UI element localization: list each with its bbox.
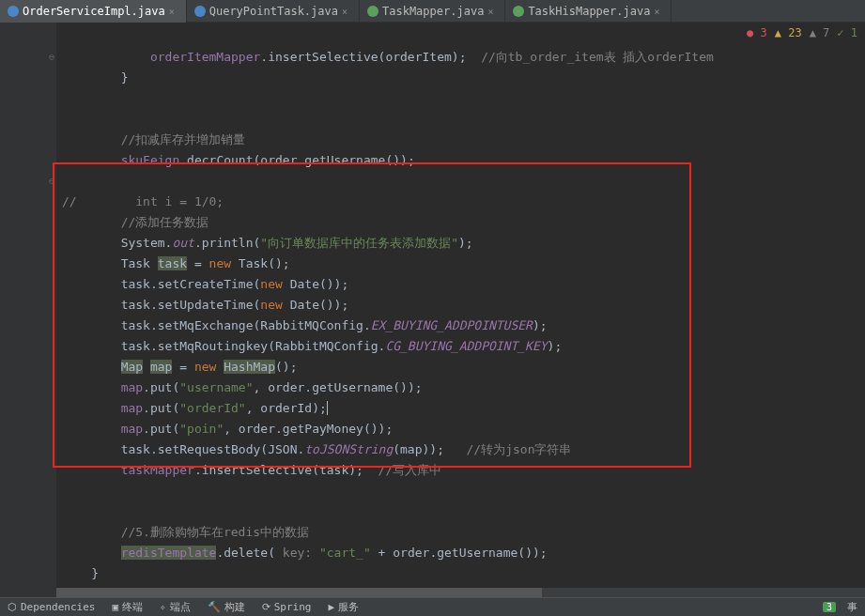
close-icon[interactable]: ×	[487, 7, 497, 16]
tab-label: TaskMapper.java	[382, 5, 484, 18]
java-class-icon	[8, 6, 19, 17]
gutter: ⊖ ⊖	[0, 23, 56, 597]
tab-label: TaskHisMapper.java	[528, 5, 650, 18]
sb-right-label[interactable]: 事	[847, 600, 857, 614]
sb-terminal[interactable]: ▣ 终端	[112, 600, 143, 614]
statusbar: ⬡ Dependencies ▣ 终端 ✧ 端点 🔨 构建 ⟳ Spring ▶…	[0, 597, 865, 616]
scrollbar-thumb[interactable]	[56, 588, 542, 597]
java-class-icon	[194, 6, 206, 17]
editor[interactable]: ⊖ ⊖ orderItemMapper.insertSelective(orde…	[0, 23, 865, 597]
close-icon[interactable]: ×	[654, 7, 663, 16]
tab-taskmapper[interactable]: TaskMapper.java ×	[360, 0, 505, 23]
editor-tabs: OrderServiceImpl.java × QueryPointTask.j…	[0, 0, 865, 23]
horizontal-scrollbar[interactable]	[56, 588, 865, 597]
tab-label: OrderServiceImpl.java	[23, 5, 165, 18]
sb-endpoints[interactable]: ✧ 端点	[160, 600, 191, 614]
sb-services[interactable]: ▶ 服务	[328, 600, 359, 614]
close-icon[interactable]: ×	[342, 7, 351, 16]
tab-label: QueryPointTask.java	[209, 5, 338, 18]
sb-notification-badge[interactable]: 3	[823, 602, 836, 612]
sb-right: 3 事	[823, 600, 857, 614]
java-interface-icon	[367, 6, 378, 17]
sb-build[interactable]: 🔨 构建	[208, 600, 245, 614]
code-area[interactable]: orderItemMapper.insertSelective(orderIte…	[56, 23, 865, 597]
sb-dependencies[interactable]: ⬡ Dependencies	[8, 601, 95, 613]
tab-querypointtask[interactable]: QueryPointTask.java ×	[187, 0, 360, 23]
tab-taskhismapper[interactable]: TaskHisMapper.java ×	[505, 0, 672, 23]
close-icon[interactable]: ×	[169, 7, 178, 16]
sb-spring[interactable]: ⟳ Spring	[262, 601, 312, 613]
java-interface-icon	[513, 6, 524, 17]
tab-orderserviceimpl[interactable]: OrderServiceImpl.java ×	[0, 0, 187, 23]
